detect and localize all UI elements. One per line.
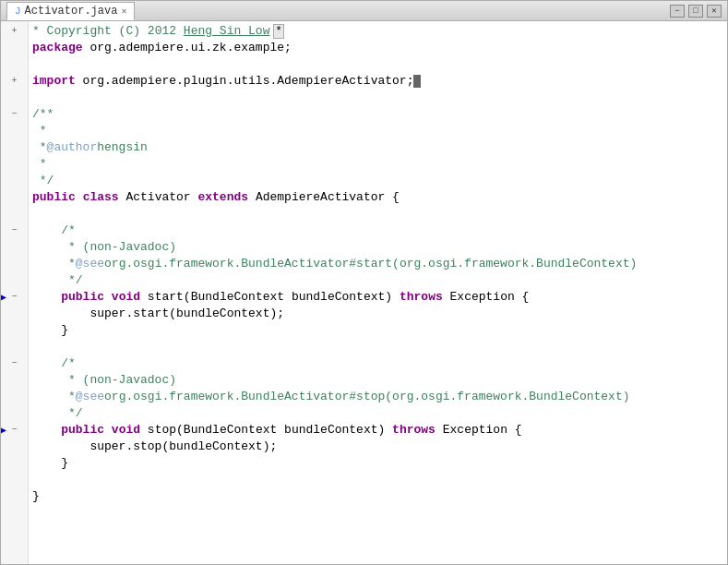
gutter-line-20 (1, 339, 28, 355)
code-tag-8: @author (47, 139, 98, 156)
gutter-line-5 (1, 90, 28, 106)
gutter-line-7 (1, 123, 28, 139)
code-text-14: * (non-Javadoc) (32, 239, 176, 256)
kw-extends-11: extends (197, 189, 248, 206)
kw-throws-17: throws (400, 289, 443, 306)
code-line-28 (32, 472, 723, 488)
fold-btn-17[interactable]: − (11, 289, 17, 306)
cursor-1: * (273, 23, 283, 40)
gutter-line-26 (1, 439, 28, 455)
code-text-18: super.start(bundleContext); (32, 306, 284, 322)
gutter-line-8 (1, 139, 28, 156)
gutter-line-16 (1, 272, 28, 289)
arrow-marker-25: ▶ (1, 425, 6, 436)
gutter-line-9 (1, 156, 28, 173)
code-text-19: } (32, 322, 68, 339)
tab-close-button[interactable]: ✕ (121, 6, 126, 17)
gutter-line-12 (1, 206, 28, 222)
code-text-8b: hengsin (97, 139, 148, 156)
gutter-line-3 (1, 56, 28, 73)
cursor-box-4 (413, 75, 421, 88)
kw-public-11: public (32, 189, 76, 206)
code-text-4: org.adempiere.plugin.utils.AdempiereActi… (76, 73, 414, 90)
gutter-line-2 (1, 40, 28, 56)
gutter-line-18 (1, 306, 28, 322)
code-line-19: } (32, 322, 723, 339)
kw-class-11: class (83, 189, 119, 206)
fold-btn-1[interactable]: + (11, 23, 17, 40)
gutter-line-13[interactable]: − (1, 222, 28, 239)
editor-gutter: + + − (1, 21, 29, 564)
code-text-27: } (32, 455, 68, 472)
fold-btn-25[interactable]: − (11, 422, 17, 439)
gutter-line-4[interactable]: + (1, 73, 28, 90)
code-line-13: /* (32, 222, 723, 239)
gutter-line-25[interactable]: ▶ − (1, 422, 28, 439)
code-area[interactable]: * Copyright (C) 2012 Heng Sin Low * pack… (29, 21, 727, 564)
code-kw-package: package (32, 40, 83, 56)
gutter-line-19 (1, 322, 28, 339)
kw-public-25: public (61, 422, 104, 439)
code-line-23: * @see org.osgi.framework.BundleActivato… (32, 389, 723, 405)
code-text-15b: org.osgi.framework.BundleActivator#start… (104, 256, 637, 272)
gutter-line-21[interactable]: − (1, 355, 28, 372)
code-tag-23: @see (76, 389, 104, 405)
code-line-22: * (non-Javadoc) (32, 372, 723, 389)
code-line-26: super.stop(bundleContext); (32, 439, 723, 455)
code-text-29: } (32, 488, 40, 505)
code-text-13: /* (32, 222, 76, 239)
code-line-3 (32, 56, 723, 73)
code-line-12 (32, 206, 723, 222)
kw-throws-25: throws (392, 422, 436, 439)
code-line-29: } (32, 488, 723, 505)
code-line-14: * (non-Javadoc) (32, 239, 723, 256)
maximize-button[interactable]: □ (688, 5, 703, 18)
code-tag-15: @see (76, 256, 104, 272)
gutter-line-22 (1, 372, 28, 389)
code-text-7: * (32, 123, 47, 139)
gutter-line-28 (1, 472, 28, 488)
code-line-20 (32, 339, 723, 355)
gutter-line-27 (1, 455, 28, 472)
title-bar: J Activator.java ✕ − □ ✕ (1, 1, 727, 21)
code-line-27: } (32, 455, 723, 472)
fold-btn-21[interactable]: − (11, 355, 17, 372)
gutter-line-29 (1, 488, 28, 505)
editor-tab[interactable]: J Activator.java ✕ (6, 2, 135, 20)
fold-btn-13[interactable]: − (11, 222, 17, 239)
gutter-line-14 (1, 239, 28, 256)
code-text-22: * (non-Javadoc) (32, 372, 176, 389)
code-text-1: * Copyright (C) 2012 Heng Sin Low (32, 23, 269, 40)
code-line-8: * @author hengsin (32, 139, 723, 156)
code-line-15: * @see org.osgi.framework.BundleActivato… (32, 256, 723, 272)
close-button[interactable]: ✕ (707, 5, 722, 18)
code-line-1: * Copyright (C) 2012 Heng Sin Low * (32, 23, 723, 40)
gutter-line-1[interactable]: + (1, 23, 28, 40)
kw-void-25: void (112, 422, 140, 439)
code-line-16: */ (32, 272, 723, 289)
fold-btn-4[interactable]: + (11, 73, 17, 90)
kw-void-17: void (112, 289, 140, 306)
minimize-button[interactable]: − (670, 5, 685, 18)
title-bar-controls: − □ ✕ (670, 5, 722, 18)
gutter-line-17[interactable]: ▶ − (1, 289, 28, 306)
code-text-15a: * (32, 256, 76, 272)
code-text-6: /** (32, 106, 54, 123)
code-line-25: public void stop(BundleContext bundleCon… (32, 422, 723, 439)
editor-container: + + − (1, 21, 727, 564)
code-line-9: * (32, 156, 723, 173)
fold-btn-6[interactable]: − (11, 106, 17, 123)
code-line-11: public class Activator extends Adempiere… (32, 189, 723, 206)
gutter-line-6[interactable]: − (1, 106, 28, 123)
main-window: J Activator.java ✕ − □ ✕ + + (0, 0, 728, 565)
code-kw-import: import (32, 73, 76, 90)
arrow-marker-17: ▶ (1, 292, 6, 303)
code-text-16: */ (32, 272, 83, 289)
java-file-icon: J (15, 6, 21, 17)
kw-public-17: public (61, 289, 104, 306)
code-line-6: /** (32, 106, 723, 123)
code-line-2: package org.adempiere.ui.zk.example; (32, 40, 723, 56)
code-line-4: import org.adempiere.plugin.utils.Adempi… (32, 73, 723, 90)
gutter-line-24 (1, 405, 28, 422)
code-line-10: */ (32, 173, 723, 189)
